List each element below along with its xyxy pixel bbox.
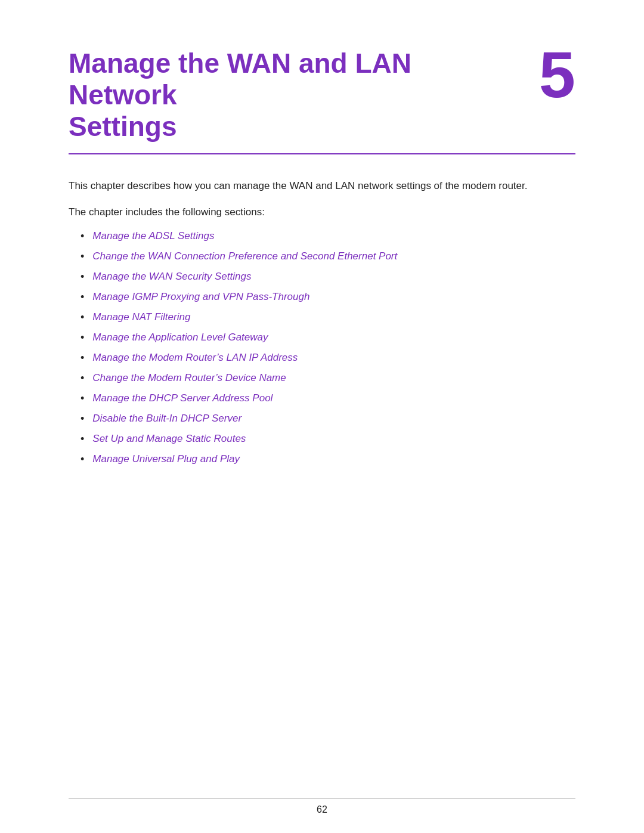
toc-item: •Manage the WAN Security Settings (80, 269, 575, 285)
bullet-icon: • (80, 269, 84, 285)
bullet-icon: • (80, 451, 84, 467)
toc-item: •Manage IGMP Proxying and VPN Pass-Throu… (80, 289, 575, 305)
title-divider (69, 153, 575, 154)
intro-paragraph: This chapter describes how you can manag… (69, 178, 575, 194)
page-number: 62 (0, 804, 644, 815)
bullet-icon: • (80, 350, 84, 366)
toc-item: •Manage the DHCP Server Address Pool (80, 391, 575, 407)
bottom-divider (69, 798, 575, 798)
toc-item: •Manage Universal Plug and Play (80, 451, 575, 467)
toc-item: •Change the Modem Router’s Device Name (80, 370, 575, 386)
toc-item: •Manage the Application Level Gateway (80, 330, 575, 346)
toc-link-item-11[interactable]: Set Up and Manage Static Routes (92, 431, 246, 447)
bullet-icon: • (80, 330, 84, 346)
chapter-number: 5 (539, 42, 575, 107)
toc-item: •Manage NAT Filtering (80, 309, 575, 326)
bullet-icon: • (80, 370, 84, 386)
toc-item: •Disable the Built-In DHCP Server (80, 411, 575, 427)
toc-link-item-9[interactable]: Manage the DHCP Server Address Pool (92, 391, 273, 406)
toc-item: •Set Up and Manage Static Routes (80, 431, 575, 447)
toc-link-item-1[interactable]: Manage the ADSL Settings (92, 228, 214, 244)
bullet-icon: • (80, 391, 84, 407)
toc-link-item-2[interactable]: Change the WAN Connection Preference and… (92, 249, 397, 264)
page: Manage the WAN and LAN Network Settings … (0, 0, 644, 833)
bullet-icon: • (80, 411, 84, 427)
toc-link-item-4[interactable]: Manage IGMP Proxying and VPN Pass-Throug… (92, 289, 309, 305)
bullet-icon: • (80, 249, 84, 265)
toc-item: •Change the WAN Connection Preference an… (80, 249, 575, 265)
toc-item: •Manage the ADSL Settings (80, 228, 575, 244)
chapter-title-line1: Manage the WAN and LAN Network (69, 48, 411, 110)
chapter-title: Manage the WAN and LAN Network Settings (69, 48, 516, 143)
toc-link-item-3[interactable]: Manage the WAN Security Settings (92, 269, 251, 284)
toc-link-item-10[interactable]: Disable the Built-In DHCP Server (92, 411, 242, 426)
bullet-icon: • (80, 228, 84, 244)
toc-link-item-7[interactable]: Manage the Modem Router’s LAN IP Address (92, 350, 298, 366)
chapter-header: Manage the WAN and LAN Network Settings … (69, 48, 575, 143)
bullet-icon: • (80, 309, 84, 326)
toc-link-item-5[interactable]: Manage NAT Filtering (92, 309, 190, 325)
bullet-icon: • (80, 431, 84, 447)
chapter-title-line2: Settings (69, 111, 177, 142)
toc-link-item-8[interactable]: Change the Modem Router’s Device Name (92, 370, 286, 386)
toc-item: •Manage the Modem Router’s LAN IP Addres… (80, 350, 575, 366)
toc-list: •Manage the ADSL Settings•Change the WAN… (80, 228, 575, 467)
sections-intro: The chapter includes the following secti… (69, 205, 575, 220)
toc-link-item-12[interactable]: Manage Universal Plug and Play (92, 451, 240, 467)
toc-link-item-6[interactable]: Manage the Application Level Gateway (92, 330, 268, 345)
bullet-icon: • (80, 289, 84, 305)
